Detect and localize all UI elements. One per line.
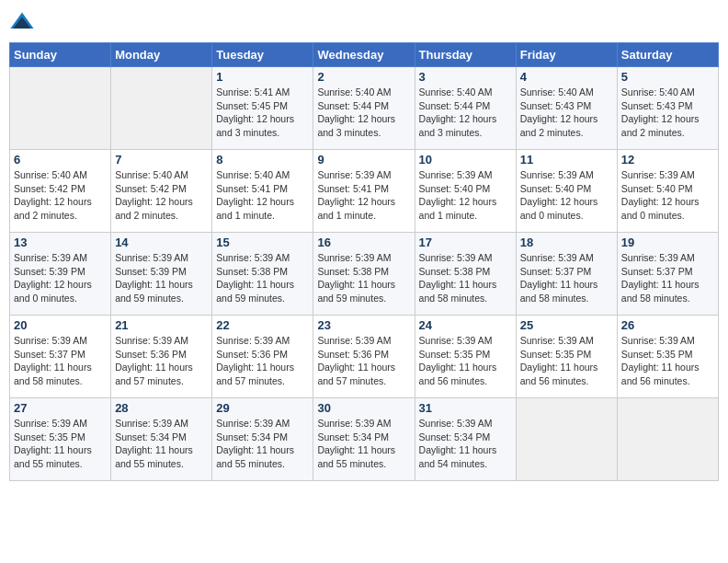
day-detail: Sunrise: 5:39 AM Sunset: 5:41 PM Dayligh… — [317, 168, 410, 223]
day-number: 16 — [317, 236, 410, 249]
weekday-header-wednesday: Wednesday — [313, 43, 415, 67]
day-detail: Sunrise: 5:39 AM Sunset: 5:34 PM Dayligh… — [115, 417, 208, 471]
day-detail: Sunrise: 5:39 AM Sunset: 5:37 PM Dayligh… — [621, 251, 714, 305]
day-cell — [617, 398, 718, 481]
day-cell: 1Sunrise: 5:41 AM Sunset: 5:45 PM Daylig… — [212, 67, 313, 150]
day-detail: Sunrise: 5:40 AM Sunset: 5:44 PM Dayligh… — [419, 86, 512, 140]
logo-icon — [9, 9, 35, 35]
day-cell: 7Sunrise: 5:40 AM Sunset: 5:42 PM Daylig… — [111, 150, 212, 233]
day-number: 30 — [317, 401, 410, 415]
day-number: 1 — [216, 70, 309, 84]
weekday-header-monday: Monday — [111, 43, 212, 67]
day-detail: Sunrise: 5:39 AM Sunset: 5:36 PM Dayligh… — [216, 334, 309, 388]
day-detail: Sunrise: 5:39 AM Sunset: 5:39 PM Dayligh… — [115, 251, 208, 305]
day-cell — [10, 67, 111, 150]
day-number: 8 — [216, 153, 309, 167]
day-detail: Sunrise: 5:39 AM Sunset: 5:37 PM Dayligh… — [520, 251, 613, 305]
day-number: 19 — [621, 236, 714, 249]
day-cell: 16Sunrise: 5:39 AM Sunset: 5:38 PM Dayli… — [313, 233, 415, 316]
day-cell: 9Sunrise: 5:39 AM Sunset: 5:41 PM Daylig… — [313, 150, 415, 233]
day-number: 13 — [14, 236, 107, 249]
day-cell: 10Sunrise: 5:39 AM Sunset: 5:40 PM Dayli… — [415, 150, 516, 233]
day-number: 22 — [216, 318, 309, 332]
week-row-4: 20Sunrise: 5:39 AM Sunset: 5:37 PM Dayli… — [10, 316, 719, 398]
day-detail: Sunrise: 5:39 AM Sunset: 5:36 PM Dayligh… — [317, 334, 410, 388]
day-detail: Sunrise: 5:39 AM Sunset: 5:38 PM Dayligh… — [419, 251, 512, 305]
day-cell: 6Sunrise: 5:40 AM Sunset: 5:42 PM Daylig… — [10, 150, 111, 233]
day-cell: 23Sunrise: 5:39 AM Sunset: 5:36 PM Dayli… — [313, 316, 415, 398]
day-detail: Sunrise: 5:39 AM Sunset: 5:36 PM Dayligh… — [115, 334, 208, 388]
day-number: 18 — [520, 236, 613, 249]
day-detail: Sunrise: 5:39 AM Sunset: 5:40 PM Dayligh… — [520, 168, 613, 223]
day-number: 3 — [419, 70, 512, 84]
day-cell: 29Sunrise: 5:39 AM Sunset: 5:34 PM Dayli… — [212, 398, 313, 481]
day-detail: Sunrise: 5:39 AM Sunset: 5:34 PM Dayligh… — [317, 417, 410, 471]
day-cell: 21Sunrise: 5:39 AM Sunset: 5:36 PM Dayli… — [111, 316, 212, 398]
day-number: 27 — [14, 401, 107, 415]
calendar: SundayMondayTuesdayWednesdayThursdayFrid… — [9, 42, 719, 481]
day-cell: 13Sunrise: 5:39 AM Sunset: 5:39 PM Dayli… — [10, 233, 111, 316]
day-detail: Sunrise: 5:40 AM Sunset: 5:41 PM Dayligh… — [216, 168, 309, 223]
week-row-5: 27Sunrise: 5:39 AM Sunset: 5:35 PM Dayli… — [10, 398, 719, 481]
day-cell: 2Sunrise: 5:40 AM Sunset: 5:44 PM Daylig… — [313, 67, 415, 150]
day-number: 4 — [520, 70, 613, 84]
day-number: 11 — [520, 153, 613, 167]
day-number: 17 — [419, 236, 512, 249]
day-detail: Sunrise: 5:39 AM Sunset: 5:40 PM Dayligh… — [419, 168, 512, 223]
day-detail: Sunrise: 5:39 AM Sunset: 5:35 PM Dayligh… — [419, 334, 512, 388]
week-row-2: 6Sunrise: 5:40 AM Sunset: 5:42 PM Daylig… — [10, 150, 719, 233]
day-number: 26 — [621, 318, 714, 332]
day-number: 24 — [419, 318, 512, 332]
day-cell: 14Sunrise: 5:39 AM Sunset: 5:39 PM Dayli… — [111, 233, 212, 316]
day-detail: Sunrise: 5:39 AM Sunset: 5:38 PM Dayligh… — [216, 251, 309, 305]
day-cell: 24Sunrise: 5:39 AM Sunset: 5:35 PM Dayli… — [415, 316, 516, 398]
day-cell: 31Sunrise: 5:39 AM Sunset: 5:34 PM Dayli… — [415, 398, 516, 481]
weekday-header-thursday: Thursday — [415, 43, 516, 67]
day-number: 10 — [419, 153, 512, 167]
day-cell: 18Sunrise: 5:39 AM Sunset: 5:37 PM Dayli… — [516, 233, 617, 316]
day-detail: Sunrise: 5:40 AM Sunset: 5:43 PM Dayligh… — [621, 86, 714, 140]
day-cell: 11Sunrise: 5:39 AM Sunset: 5:40 PM Dayli… — [516, 150, 617, 233]
day-detail: Sunrise: 5:39 AM Sunset: 5:37 PM Dayligh… — [14, 334, 107, 388]
day-cell: 12Sunrise: 5:39 AM Sunset: 5:40 PM Dayli… — [617, 150, 718, 233]
day-cell: 28Sunrise: 5:39 AM Sunset: 5:34 PM Dayli… — [111, 398, 212, 481]
day-number: 21 — [115, 318, 208, 332]
day-detail: Sunrise: 5:40 AM Sunset: 5:44 PM Dayligh… — [317, 86, 410, 140]
day-number: 29 — [216, 401, 309, 415]
day-cell: 26Sunrise: 5:39 AM Sunset: 5:35 PM Dayli… — [617, 316, 718, 398]
day-detail: Sunrise: 5:39 AM Sunset: 5:38 PM Dayligh… — [317, 251, 410, 305]
day-cell: 3Sunrise: 5:40 AM Sunset: 5:44 PM Daylig… — [415, 67, 516, 150]
day-number: 20 — [14, 318, 107, 332]
day-detail: Sunrise: 5:39 AM Sunset: 5:35 PM Dayligh… — [621, 334, 714, 388]
day-cell: 5Sunrise: 5:40 AM Sunset: 5:43 PM Daylig… — [617, 67, 718, 150]
day-detail: Sunrise: 5:39 AM Sunset: 5:40 PM Dayligh… — [621, 168, 714, 223]
day-number: 6 — [14, 153, 107, 167]
day-cell: 19Sunrise: 5:39 AM Sunset: 5:37 PM Dayli… — [617, 233, 718, 316]
day-number: 9 — [317, 153, 410, 167]
day-number: 5 — [621, 70, 714, 84]
day-cell: 4Sunrise: 5:40 AM Sunset: 5:43 PM Daylig… — [516, 67, 617, 150]
week-row-3: 13Sunrise: 5:39 AM Sunset: 5:39 PM Dayli… — [10, 233, 719, 316]
day-cell: 8Sunrise: 5:40 AM Sunset: 5:41 PM Daylig… — [212, 150, 313, 233]
day-cell: 27Sunrise: 5:39 AM Sunset: 5:35 PM Dayli… — [10, 398, 111, 481]
day-number: 7 — [115, 153, 208, 167]
weekday-header-saturday: Saturday — [617, 43, 718, 67]
day-number: 28 — [115, 401, 208, 415]
day-detail: Sunrise: 5:40 AM Sunset: 5:42 PM Dayligh… — [115, 168, 208, 223]
day-detail: Sunrise: 5:39 AM Sunset: 5:34 PM Dayligh… — [216, 417, 309, 471]
day-detail: Sunrise: 5:39 AM Sunset: 5:35 PM Dayligh… — [14, 417, 107, 471]
day-cell: 22Sunrise: 5:39 AM Sunset: 5:36 PM Dayli… — [212, 316, 313, 398]
logo — [9, 9, 39, 35]
header — [9, 9, 719, 35]
day-cell — [516, 398, 617, 481]
day-cell: 25Sunrise: 5:39 AM Sunset: 5:35 PM Dayli… — [516, 316, 617, 398]
day-detail: Sunrise: 5:39 AM Sunset: 5:39 PM Dayligh… — [14, 251, 107, 305]
day-number: 25 — [520, 318, 613, 332]
day-detail: Sunrise: 5:40 AM Sunset: 5:43 PM Dayligh… — [520, 86, 613, 140]
day-detail: Sunrise: 5:41 AM Sunset: 5:45 PM Dayligh… — [216, 86, 309, 140]
day-detail: Sunrise: 5:39 AM Sunset: 5:34 PM Dayligh… — [419, 417, 512, 471]
weekday-header-row: SundayMondayTuesdayWednesdayThursdayFrid… — [10, 43, 719, 67]
day-cell: 20Sunrise: 5:39 AM Sunset: 5:37 PM Dayli… — [10, 316, 111, 398]
day-number: 14 — [115, 236, 208, 249]
weekday-header-friday: Friday — [516, 43, 617, 67]
